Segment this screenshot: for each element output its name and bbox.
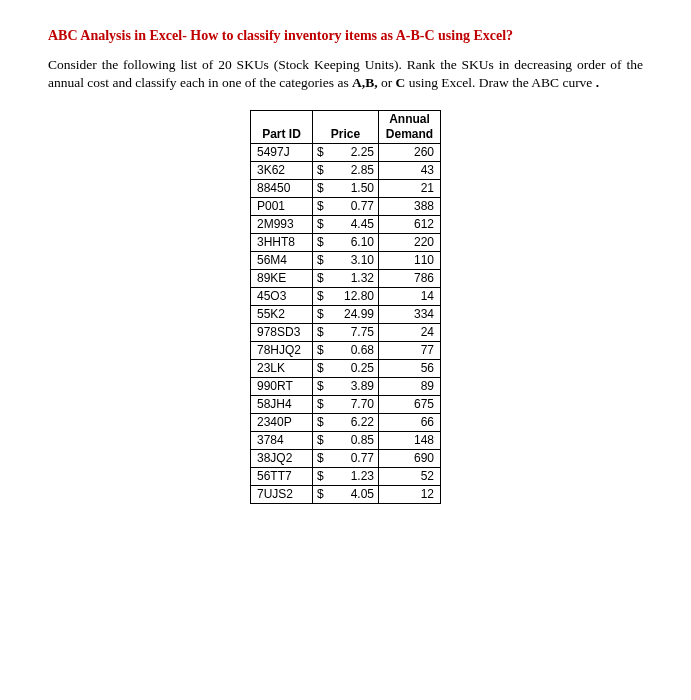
currency-symbol: $	[317, 433, 324, 448]
cell-partid: 990RT	[251, 378, 313, 396]
price-value: 6.10	[351, 235, 374, 250]
cell-price: $6.22	[313, 414, 379, 432]
cell-price: $7.70	[313, 396, 379, 414]
cell-partid: P001	[251, 198, 313, 216]
cell-partid: 45O3	[251, 288, 313, 306]
header-price: Price	[313, 111, 379, 144]
cell-demand: 52	[379, 468, 441, 486]
intro-text-3: using Excel. Draw the ABC curve	[405, 75, 595, 90]
intro-bold-ab: A,B,	[352, 75, 378, 90]
price-value: 24.99	[344, 307, 374, 322]
cell-price: $1.50	[313, 180, 379, 198]
price-value: 4.05	[351, 487, 374, 502]
cell-demand: 43	[379, 162, 441, 180]
cell-demand: 148	[379, 432, 441, 450]
cell-price: $12.80	[313, 288, 379, 306]
cell-price: $4.05	[313, 486, 379, 504]
page-title: ABC Analysis in Excel- How to classify i…	[48, 28, 643, 44]
header-row: Part ID Price Annual Demand	[251, 111, 441, 144]
currency-symbol: $	[317, 469, 324, 484]
price-value: 3.89	[351, 379, 374, 394]
table-row: 5497J$2.25260	[251, 144, 441, 162]
intro-paragraph: Consider the following list of 20 SKUs (…	[48, 56, 643, 92]
price-value: 0.85	[351, 433, 374, 448]
cell-demand: 24	[379, 324, 441, 342]
cell-demand: 14	[379, 288, 441, 306]
currency-symbol: $	[317, 343, 324, 358]
currency-symbol: $	[317, 307, 324, 322]
currency-symbol: $	[317, 415, 324, 430]
cell-partid: 88450	[251, 180, 313, 198]
price-value: 7.70	[351, 397, 374, 412]
cell-price: $24.99	[313, 306, 379, 324]
currency-symbol: $	[317, 379, 324, 394]
sku-table: Part ID Price Annual Demand 5497J$2.2526…	[250, 110, 441, 504]
table-row: 2M993$4.45612	[251, 216, 441, 234]
table-row: P001$0.77388	[251, 198, 441, 216]
cell-price: $0.25	[313, 360, 379, 378]
cell-demand: 612	[379, 216, 441, 234]
price-value: 0.68	[351, 343, 374, 358]
header-partid: Part ID	[251, 111, 313, 144]
currency-symbol: $	[317, 361, 324, 376]
intro-bold-c: C	[396, 75, 406, 90]
table-row: 78HJQ2$0.6877	[251, 342, 441, 360]
cell-partid: 3HHT8	[251, 234, 313, 252]
table-row: 55K2$24.99334	[251, 306, 441, 324]
cell-price: $2.25	[313, 144, 379, 162]
currency-symbol: $	[317, 163, 324, 178]
cell-price: $4.45	[313, 216, 379, 234]
table-row: 45O3$12.8014	[251, 288, 441, 306]
cell-partid: 55K2	[251, 306, 313, 324]
cell-demand: 690	[379, 450, 441, 468]
cell-price: $1.23	[313, 468, 379, 486]
table-row: 88450$1.5021	[251, 180, 441, 198]
cell-partid: 89KE	[251, 270, 313, 288]
table-row: 56TT7$1.2352	[251, 468, 441, 486]
header-demand: Annual Demand	[379, 111, 441, 144]
currency-symbol: $	[317, 289, 324, 304]
currency-symbol: $	[317, 217, 324, 232]
cell-partid: 38JQ2	[251, 450, 313, 468]
cell-partid: 56M4	[251, 252, 313, 270]
cell-demand: 110	[379, 252, 441, 270]
price-value: 2.25	[351, 145, 374, 160]
table-row: 2340P$6.2266	[251, 414, 441, 432]
currency-symbol: $	[317, 253, 324, 268]
price-value: 0.77	[351, 199, 374, 214]
cell-demand: 56	[379, 360, 441, 378]
cell-partid: 23LK	[251, 360, 313, 378]
cell-demand: 388	[379, 198, 441, 216]
price-value: 7.75	[351, 325, 374, 340]
table-row: 23LK$0.2556	[251, 360, 441, 378]
currency-symbol: $	[317, 487, 324, 502]
cell-demand: 77	[379, 342, 441, 360]
table-row: 3784$0.85148	[251, 432, 441, 450]
price-value: 0.25	[351, 361, 374, 376]
price-value: 1.32	[351, 271, 374, 286]
table-row: 58JH4$7.70675	[251, 396, 441, 414]
cell-price: $0.85	[313, 432, 379, 450]
currency-symbol: $	[317, 181, 324, 196]
table-row: 56M4$3.10110	[251, 252, 441, 270]
price-value: 2.85	[351, 163, 374, 178]
cell-demand: 89	[379, 378, 441, 396]
price-value: 6.22	[351, 415, 374, 430]
cell-demand: 786	[379, 270, 441, 288]
intro-text-2: or	[378, 75, 396, 90]
price-value: 1.50	[351, 181, 374, 196]
cell-demand: 12	[379, 486, 441, 504]
cell-partid: 56TT7	[251, 468, 313, 486]
cell-demand: 220	[379, 234, 441, 252]
table-body: 5497J$2.252603K62$2.854388450$1.5021P001…	[251, 144, 441, 504]
price-value: 3.10	[351, 253, 374, 268]
price-value: 1.23	[351, 469, 374, 484]
cell-price: $3.10	[313, 252, 379, 270]
cell-price: $2.85	[313, 162, 379, 180]
table-row: 990RT$3.8989	[251, 378, 441, 396]
table-row: 89KE$1.32786	[251, 270, 441, 288]
price-value: 4.45	[351, 217, 374, 232]
cell-price: $0.77	[313, 198, 379, 216]
cell-price: $0.77	[313, 450, 379, 468]
currency-symbol: $	[317, 271, 324, 286]
